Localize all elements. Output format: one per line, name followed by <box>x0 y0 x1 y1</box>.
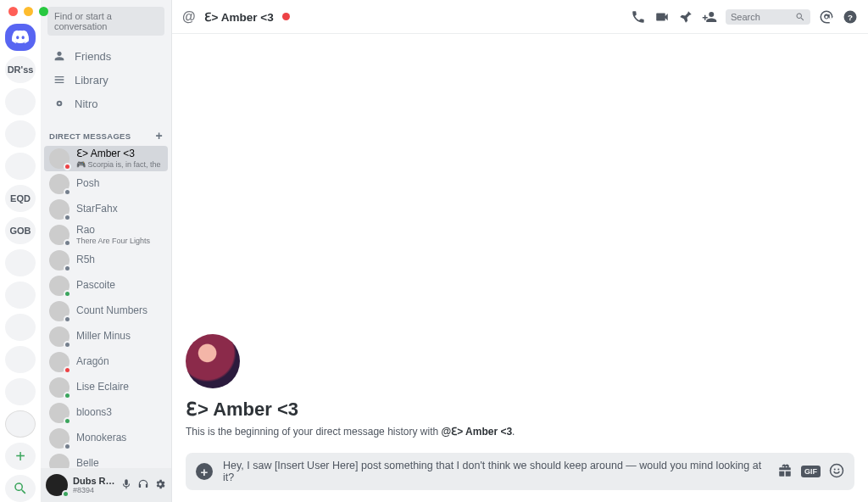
dm-name: StarFahx <box>76 204 118 215</box>
sidebar-item-nitro[interactable]: Nitro <box>46 92 166 115</box>
self-info: Dubs Rewat... #8394 <box>73 476 115 494</box>
server-item[interactable] <box>5 153 36 180</box>
new-dm-button[interactable]: + <box>156 129 163 142</box>
friends-icon <box>53 49 66 63</box>
add-server-button[interactable]: + <box>5 443 36 470</box>
server-item[interactable]: DR'ss <box>5 56 36 83</box>
maximize-window-button[interactable] <box>39 7 48 16</box>
dm-avatar <box>49 225 70 245</box>
explore-servers-button[interactable] <box>5 475 36 502</box>
self-avatar[interactable] <box>46 474 68 496</box>
search-placeholder: Search <box>731 12 760 22</box>
minimize-window-button[interactable] <box>24 7 33 16</box>
dm-item[interactable]: R5h <box>44 248 168 273</box>
dm-item[interactable]: bloons3 <box>44 400 168 426</box>
main-area: @ Ɛ> Amber <3 Search ? Ɛ> Amber <3 This … <box>172 0 868 502</box>
dm-name: Rao <box>76 225 150 237</box>
dm-header-label: DIRECT MESSAGES <box>49 131 131 141</box>
start-video-call-button[interactable] <box>654 9 670 25</box>
server-item[interactable] <box>5 24 36 51</box>
dm-name: Pascoite <box>76 280 115 292</box>
dm-name: Lise Eclaire <box>76 382 129 393</box>
gift-button[interactable] <box>777 463 793 481</box>
find-conversation-input[interactable]: Find or start a conversation <box>47 7 164 36</box>
server-item[interactable] <box>5 249 36 276</box>
friends-label: Friends <box>75 50 111 63</box>
message-input[interactable]: Hey, I saw [Insert User Here] post somet… <box>223 460 767 483</box>
dm-activity: There Are Four Lights <box>76 237 150 245</box>
nitro-icon <box>53 97 66 110</box>
dm-item[interactable]: Monokeras <box>44 426 168 451</box>
dm-item[interactable]: Aragón <box>44 349 168 375</box>
mute-mic-button[interactable] <box>120 478 132 492</box>
dm-name: Miller Minus <box>76 331 131 343</box>
help-button[interactable]: ? <box>843 9 858 25</box>
dm-name: Aragón <box>76 356 109 368</box>
start-voice-call-button[interactable] <box>631 9 646 25</box>
dm-name: Belle <box>76 458 99 468</box>
server-item[interactable]: EQD <box>5 185 36 212</box>
user-panel: Dubs Rewat... #8394 <box>41 468 171 502</box>
dm-item[interactable]: Pascoite <box>44 273 168 298</box>
dm-name: Monokeras <box>76 432 126 444</box>
dm-item[interactable]: Lise Eclaire <box>44 375 168 400</box>
dm-avatar <box>49 352 70 372</box>
dm-list-header: DIRECT MESSAGES + <box>41 120 171 146</box>
self-username: Dubs Rewat... <box>73 476 115 486</box>
server-item[interactable]: GOB <box>5 217 36 244</box>
dm-item[interactable]: Belle <box>44 451 168 468</box>
dm-item[interactable]: Miller Minus <box>44 324 168 349</box>
dm-list: Ɛ> Amber <3🎮 Scorpia is, in fact, the be… <box>41 146 171 468</box>
dm-item[interactable]: Count Numbers <box>44 298 168 324</box>
gif-picker-button[interactable]: GIF <box>801 466 821 477</box>
dm-avatar <box>49 148 70 169</box>
dm-avatar <box>49 326 70 347</box>
search-icon <box>795 12 805 22</box>
message-area: Ɛ> Amber <3 This is the beginning of you… <box>172 34 868 502</box>
self-discriminator: #8394 <box>73 486 115 494</box>
dm-activity: 🎮 Scorpia is, in fact, the bes... <box>76 160 163 169</box>
server-item[interactable] <box>5 346 36 373</box>
user-settings-button[interactable] <box>154 478 166 492</box>
dm-avatar <box>49 174 70 194</box>
dm-avatar <box>49 377 70 398</box>
channel-title: Ɛ> Amber <3 <box>204 10 274 24</box>
svg-point-4 <box>831 464 843 477</box>
dm-avatar <box>49 428 70 449</box>
svg-point-5 <box>834 468 836 470</box>
dm-name: Ɛ> Amber <3 <box>76 148 163 160</box>
sidebar-item-friends[interactable]: Friends <box>46 44 166 68</box>
search-input[interactable]: Search <box>726 9 810 25</box>
nitro-label: Nitro <box>75 98 97 110</box>
server-item[interactable] <box>5 314 36 341</box>
dm-avatar <box>49 301 70 321</box>
dm-item[interactable]: Ɛ> Amber <3🎮 Scorpia is, in fact, the be… <box>44 146 168 171</box>
close-window-button[interactable] <box>8 7 18 16</box>
dm-name: Count Numbers <box>76 305 147 317</box>
dm-item[interactable]: StarFahx <box>44 197 168 222</box>
recipient-name-heading: Ɛ> Amber <3 <box>186 399 854 421</box>
dm-item[interactable]: Posh <box>44 171 168 197</box>
dm-avatar <box>49 276 70 296</box>
server-item[interactable] <box>5 282 36 309</box>
sidebar-item-library[interactable]: Library <box>46 68 166 92</box>
server-item[interactable] <box>5 410 36 438</box>
deafen-button[interactable] <box>137 478 149 492</box>
attach-file-button[interactable]: + <box>196 463 213 480</box>
dm-avatar <box>49 454 70 468</box>
window-controls <box>8 7 48 16</box>
dm-welcome: Ɛ> Amber <3 This is the beginning of you… <box>186 334 854 446</box>
server-item[interactable] <box>5 88 36 115</box>
dm-avatar <box>49 199 70 220</box>
dm-item[interactable]: RaoThere Are Four Lights <box>44 222 168 248</box>
pinned-messages-button[interactable] <box>678 9 693 25</box>
library-icon <box>53 73 66 86</box>
server-item[interactable] <box>5 120 36 148</box>
emoji-picker-button[interactable] <box>829 463 844 481</box>
server-rail: DR'ssEQDGOB+ <box>0 0 41 502</box>
mentions-button[interactable] <box>819 9 834 25</box>
status-dnd-icon <box>282 13 290 20</box>
server-item[interactable] <box>5 378 36 405</box>
add-friends-to-dm-button[interactable] <box>702 9 717 25</box>
dm-name: Posh <box>76 178 99 190</box>
